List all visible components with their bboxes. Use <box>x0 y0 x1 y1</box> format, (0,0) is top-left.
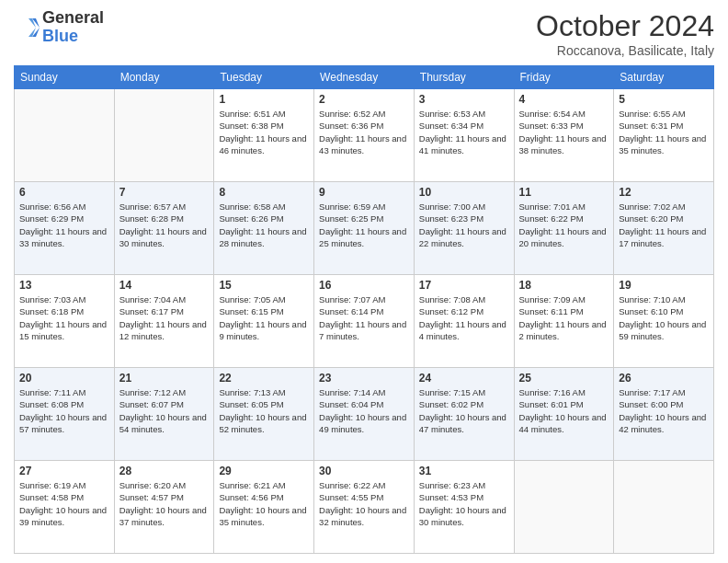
day-number: 29 <box>219 465 309 477</box>
weekday-header: Saturday <box>614 66 714 89</box>
day-number: 25 <box>519 372 609 385</box>
calendar-table: SundayMondayTuesdayWednesdayThursdayFrid… <box>14 65 714 554</box>
day-info: Sunrise: 6:58 AM Sunset: 6:26 PM Dayligh… <box>219 201 309 249</box>
calendar-week-row: 27Sunrise: 6:19 AM Sunset: 4:58 PM Dayli… <box>15 461 714 554</box>
calendar-cell: 1Sunrise: 6:51 AM Sunset: 6:38 PM Daylig… <box>214 89 314 182</box>
logo-text: General Blue <box>42 9 104 46</box>
day-number: 12 <box>619 186 709 199</box>
weekday-header: Friday <box>514 66 614 89</box>
logo-icon <box>14 15 40 40</box>
day-info: Sunrise: 7:11 AM Sunset: 6:08 PM Dayligh… <box>19 386 109 435</box>
calendar-cell: 29Sunrise: 6:21 AM Sunset: 4:56 PM Dayli… <box>214 461 314 554</box>
day-number: 13 <box>19 279 109 292</box>
calendar-cell: 8Sunrise: 6:58 AM Sunset: 6:26 PM Daylig… <box>214 182 314 275</box>
calendar-cell: 22Sunrise: 7:13 AM Sunset: 6:05 PM Dayli… <box>214 368 314 461</box>
day-info: Sunrise: 6:56 AM Sunset: 6:29 PM Dayligh… <box>19 201 109 249</box>
day-info: Sunrise: 6:59 AM Sunset: 6:25 PM Dayligh… <box>319 201 409 249</box>
calendar-week-row: 13Sunrise: 7:03 AM Sunset: 6:18 PM Dayli… <box>15 275 714 368</box>
day-info: Sunrise: 7:16 AM Sunset: 6:01 PM Dayligh… <box>519 386 609 435</box>
day-info: Sunrise: 6:52 AM Sunset: 6:36 PM Dayligh… <box>319 108 409 156</box>
calendar-cell: 11Sunrise: 7:01 AM Sunset: 6:22 PM Dayli… <box>514 182 614 275</box>
day-number: 1 <box>219 93 309 106</box>
day-number: 26 <box>619 372 709 385</box>
day-info: Sunrise: 6:54 AM Sunset: 6:33 PM Dayligh… <box>519 108 609 156</box>
day-number: 21 <box>119 372 210 385</box>
day-info: Sunrise: 6:22 AM Sunset: 4:55 PM Dayligh… <box>319 479 409 528</box>
calendar-cell: 13Sunrise: 7:03 AM Sunset: 6:18 PM Dayli… <box>15 275 115 368</box>
month-title: October 2024 <box>536 9 714 43</box>
day-info: Sunrise: 7:09 AM Sunset: 6:11 PM Dayligh… <box>519 293 609 342</box>
calendar-cell: 30Sunrise: 6:22 AM Sunset: 4:55 PM Dayli… <box>314 461 415 554</box>
day-number: 23 <box>319 372 409 385</box>
calendar-cell: 14Sunrise: 7:04 AM Sunset: 6:17 PM Dayli… <box>114 275 214 368</box>
day-number: 9 <box>319 186 409 199</box>
calendar-cell: 21Sunrise: 7:12 AM Sunset: 6:07 PM Dayli… <box>114 368 214 461</box>
day-info: Sunrise: 6:21 AM Sunset: 4:56 PM Dayligh… <box>219 479 309 528</box>
calendar-cell: 19Sunrise: 7:10 AM Sunset: 6:10 PM Dayli… <box>614 275 714 368</box>
location: Roccanova, Basilicate, Italy <box>536 43 714 58</box>
calendar-cell: 20Sunrise: 7:11 AM Sunset: 6:08 PM Dayli… <box>15 368 115 461</box>
calendar-cell: 27Sunrise: 6:19 AM Sunset: 4:58 PM Dayli… <box>15 461 115 554</box>
calendar-cell: 17Sunrise: 7:08 AM Sunset: 6:12 PM Dayli… <box>414 275 514 368</box>
calendar-cell: 25Sunrise: 7:16 AM Sunset: 6:01 PM Dayli… <box>514 368 614 461</box>
day-info: Sunrise: 7:15 AM Sunset: 6:02 PM Dayligh… <box>419 386 509 435</box>
calendar-cell <box>114 89 214 182</box>
calendar-cell: 24Sunrise: 7:15 AM Sunset: 6:02 PM Dayli… <box>414 368 514 461</box>
logo-blue: Blue <box>42 28 104 46</box>
day-number: 22 <box>219 372 309 385</box>
day-number: 10 <box>419 186 509 199</box>
day-info: Sunrise: 7:01 AM Sunset: 6:22 PM Dayligh… <box>519 201 609 249</box>
calendar-week-row: 1Sunrise: 6:51 AM Sunset: 6:38 PM Daylig… <box>15 89 714 182</box>
calendar-cell: 2Sunrise: 6:52 AM Sunset: 6:36 PM Daylig… <box>314 89 415 182</box>
weekday-header: Tuesday <box>214 66 314 89</box>
calendar-cell: 16Sunrise: 7:07 AM Sunset: 6:14 PM Dayli… <box>314 275 415 368</box>
day-number: 30 <box>319 465 409 477</box>
day-info: Sunrise: 7:07 AM Sunset: 6:14 PM Dayligh… <box>319 293 409 342</box>
day-number: 8 <box>219 186 309 199</box>
weekday-header: Monday <box>114 66 214 89</box>
calendar-cell: 18Sunrise: 7:09 AM Sunset: 6:11 PM Dayli… <box>514 275 614 368</box>
day-info: Sunrise: 7:04 AM Sunset: 6:17 PM Dayligh… <box>119 293 210 342</box>
day-info: Sunrise: 7:05 AM Sunset: 6:15 PM Dayligh… <box>219 293 309 342</box>
day-number: 7 <box>119 186 210 199</box>
day-info: Sunrise: 6:55 AM Sunset: 6:31 PM Dayligh… <box>619 108 709 156</box>
calendar-cell: 5Sunrise: 6:55 AM Sunset: 6:31 PM Daylig… <box>614 89 714 182</box>
day-number: 14 <box>119 279 210 292</box>
day-info: Sunrise: 6:20 AM Sunset: 4:57 PM Dayligh… <box>119 479 210 528</box>
day-number: 6 <box>19 186 109 199</box>
day-number: 24 <box>419 372 509 385</box>
day-info: Sunrise: 7:13 AM Sunset: 6:05 PM Dayligh… <box>219 386 309 435</box>
weekday-header-row: SundayMondayTuesdayWednesdayThursdayFrid… <box>15 66 714 89</box>
day-number: 28 <box>119 465 210 477</box>
day-info: Sunrise: 7:03 AM Sunset: 6:18 PM Dayligh… <box>19 293 109 342</box>
day-number: 16 <box>319 279 409 292</box>
logo: General Blue <box>14 9 104 46</box>
logo-general: General <box>42 9 104 28</box>
day-info: Sunrise: 6:53 AM Sunset: 6:34 PM Dayligh… <box>419 108 509 156</box>
day-number: 5 <box>619 93 709 106</box>
day-number: 31 <box>419 465 509 477</box>
calendar-cell <box>15 89 115 182</box>
day-info: Sunrise: 7:02 AM Sunset: 6:20 PM Dayligh… <box>619 201 709 249</box>
day-info: Sunrise: 6:57 AM Sunset: 6:28 PM Dayligh… <box>119 201 210 249</box>
calendar-week-row: 20Sunrise: 7:11 AM Sunset: 6:08 PM Dayli… <box>15 368 714 461</box>
day-number: 18 <box>519 279 609 292</box>
calendar-cell <box>614 461 714 554</box>
day-info: Sunrise: 6:23 AM Sunset: 4:53 PM Dayligh… <box>419 479 509 528</box>
day-number: 19 <box>619 279 709 292</box>
day-number: 3 <box>419 93 509 106</box>
calendar-cell: 9Sunrise: 6:59 AM Sunset: 6:25 PM Daylig… <box>314 182 415 275</box>
weekday-header: Wednesday <box>314 66 415 89</box>
day-number: 17 <box>419 279 509 292</box>
day-info: Sunrise: 7:00 AM Sunset: 6:23 PM Dayligh… <box>419 201 509 249</box>
day-info: Sunrise: 7:14 AM Sunset: 6:04 PM Dayligh… <box>319 386 409 435</box>
weekday-header: Thursday <box>414 66 514 89</box>
day-number: 11 <box>519 186 609 199</box>
day-number: 2 <box>319 93 409 106</box>
weekday-header: Sunday <box>15 66 115 89</box>
day-info: Sunrise: 7:12 AM Sunset: 6:07 PM Dayligh… <box>119 386 210 435</box>
calendar-cell: 4Sunrise: 6:54 AM Sunset: 6:33 PM Daylig… <box>514 89 614 182</box>
day-number: 15 <box>219 279 309 292</box>
title-area: October 2024 Roccanova, Basilicate, Ital… <box>536 9 714 58</box>
day-info: Sunrise: 6:19 AM Sunset: 4:58 PM Dayligh… <box>19 479 109 528</box>
